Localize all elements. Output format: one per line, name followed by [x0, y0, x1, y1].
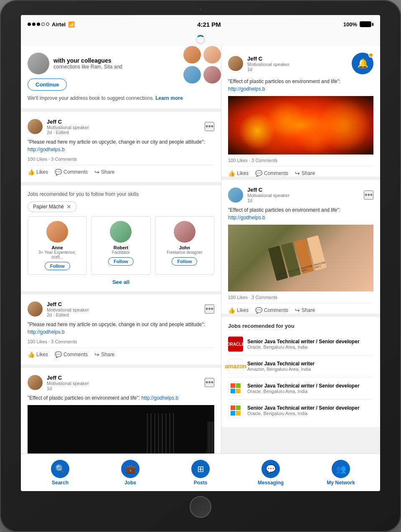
messaging-icon: 💬 [266, 464, 276, 474]
post-stats-2: 100 Likes · 3 Comments [28, 339, 214, 344]
more-button-2[interactable]: ••• [205, 304, 214, 314]
fire-background [228, 96, 373, 155]
nav-posts[interactable]: ⊞ Posts [184, 460, 217, 486]
nav-search[interactable]: 🔍 Search [43, 460, 77, 486]
post-link-1[interactable]: http://godhelps.b [28, 147, 65, 152]
right-more-button-2[interactable]: ••• [364, 190, 373, 200]
post-stats-1: 100 Likes · 3 Comments [28, 157, 214, 162]
right-share-button-2[interactable]: ↪ Share [295, 307, 315, 314]
person-name-0: Anne [32, 245, 82, 250]
jobs-card: Jobs recomended for you ORACLE Senior Ja… [221, 317, 380, 427]
learn-more-link[interactable]: Learn more [155, 95, 183, 101]
post-link-2[interactable]: http://godhelps.b [28, 329, 65, 335]
job-location-2: Oracle, Bengaluru Area, India [247, 389, 360, 394]
right-like-button-2[interactable]: 👍 Likes [228, 307, 249, 314]
person-name-2: John [160, 245, 210, 250]
posts-icon: ⊞ [197, 464, 204, 474]
amazon-logo: amazon [228, 359, 243, 374]
share-button-2[interactable]: ↪ Share [94, 351, 114, 358]
battery-icon [360, 21, 373, 27]
nav-search-label: Search [52, 480, 69, 486]
right-post-time-2: 1d [247, 198, 289, 203]
right-post-text-2: "Effect of plastic particles on environm… [228, 206, 373, 221]
person-title-0: 3+ Year Experience, craft... [32, 250, 82, 259]
right-comment-button-2[interactable]: 💬 Comments [255, 307, 288, 314]
nav-messaging-label: Messaging [258, 480, 284, 486]
right-comment-button-1[interactable]: 💬 Comments [255, 170, 288, 177]
left-feed[interactable]: with your colleagues connections like Ra… [21, 46, 221, 453]
search-icon-circle: 🔍 [51, 460, 69, 478]
oracle-logo: ORACLE [228, 337, 243, 352]
pantone-strips: PANTONE707 C PANTONE446 C PANTONE449 C P… [268, 235, 327, 281]
post-text-2: "Please read here my article on upcycle,… [28, 321, 214, 336]
job-item-2[interactable]: Senior Java Technical writer / Senior de… [228, 377, 373, 400]
post-image-arch [28, 405, 214, 453]
nav-jobs[interactable]: 💼 Jobs [114, 460, 147, 486]
nav-messaging[interactable]: 💬 Messaging [254, 460, 287, 486]
right-share-button-1[interactable]: ↪ Share [295, 170, 315, 177]
post-avatar-2 [28, 301, 43, 317]
right-post-image-pantone: PANTONE707 C PANTONE446 C PANTONE449 C P… [228, 225, 373, 291]
see-all-link[interactable]: See all [28, 279, 214, 285]
more-button-3[interactable]: ••• [205, 378, 214, 387]
follow-btn-2[interactable]: Follow [172, 257, 197, 266]
right-feed[interactable]: Jeff C Motivational speaker 1d 🔔 "Eff [221, 46, 380, 453]
more-button-1[interactable]: ••• [205, 122, 214, 131]
post-header-3: Jeff C Motivational speaker 1d ••• [28, 375, 214, 391]
comment-button-1[interactable]: 💬 Comments [55, 169, 88, 175]
right-post-stats-1: 100 Likes · 3 Comments [228, 158, 373, 163]
clock: 4:21 PM [197, 21, 221, 28]
job-item-1[interactable]: amazon Senior Java Technical writer Amaz… [228, 355, 373, 377]
post-user-1: Jeff C Motivational speaker 2d · Edited [47, 119, 89, 135]
post-user-2: Jeff C Motivational speaker 2d · Edited [47, 301, 89, 317]
ms-sq-7 [231, 411, 235, 415]
follow-btn-0[interactable]: Follow [45, 262, 70, 270]
person-card-1: Robert Facilitator Follow [91, 216, 150, 275]
job-item-0[interactable]: ORACLE Senior Java Technical writer / Se… [228, 333, 373, 355]
right-post-username-1: Jeff C [247, 56, 289, 62]
battery-percent: 100% [343, 21, 357, 28]
arch-svg [28, 405, 214, 453]
avatar-1 [183, 46, 201, 63]
person-name-1: Robert [96, 245, 146, 250]
right-post-link-1[interactable]: http://godhelps.b [228, 86, 265, 92]
skill-remove[interactable]: ✕ [66, 203, 71, 210]
continue-button[interactable]: Continue [28, 79, 67, 91]
ms-sq-6 [236, 405, 241, 410]
post-actions-1: 👍 Likes 💬 Comments ↪ Share [28, 165, 214, 175]
nav-network[interactable]: 👥 My Network [324, 460, 358, 486]
home-button[interactable] [190, 496, 211, 518]
like-button-1[interactable]: 👍 Likes [28, 169, 48, 175]
comment-icon-2: 💬 [55, 351, 62, 358]
share-button-1[interactable]: ↪ Share [94, 169, 114, 175]
right-like-button-1[interactable]: 👍 Likes [228, 170, 249, 177]
like-icon-1: 👍 [28, 169, 35, 175]
job-item-3[interactable]: Senior Java Technical writer / Senior de… [228, 400, 373, 421]
jobs-icon-circle: 💼 [121, 460, 140, 478]
svg-rect-1 [207, 422, 214, 453]
right-post-2: Jeff C Motivational speaker 1d ••• "Effe… [221, 180, 380, 314]
comment-button-2[interactable]: 💬 Comments [55, 351, 88, 358]
post-role-2: Motivational speaker [47, 307, 89, 312]
right-post-link-2[interactable]: http://godhelps.b [228, 215, 265, 220]
right-post-1: Jeff C Motivational speaker 1d 🔔 "Eff [221, 46, 380, 177]
post-header-1: Jeff C Motivational speaker 2d · Edited … [28, 119, 214, 135]
right-share-icon-1: ↪ [295, 170, 300, 177]
right-like-icon-2: 👍 [228, 307, 235, 314]
ms-sq-4 [236, 389, 241, 393]
connect-subtitle: connections like Ram, Sita and [53, 64, 122, 70]
like-button-2[interactable]: 👍 Likes [28, 351, 48, 358]
avatar-2 [203, 46, 221, 63]
job-info-1: Senior Java Technical writer Amazon, Ben… [247, 361, 315, 372]
right-post-text-1: "Effect of plastic particles on environm… [228, 78, 373, 93]
post-link-3[interactable]: http://godhelps.b [141, 395, 178, 401]
follow-btn-1[interactable]: Follow [108, 257, 134, 266]
job-title-2: Senior Java Technical writer / Senior de… [247, 383, 360, 389]
nav-posts-label: Posts [194, 480, 208, 486]
carrier-label: Airtel [52, 21, 66, 28]
job-title-0: Senior Java Technical writer / Senior de… [247, 339, 360, 345]
right-post-time-1: 1d [247, 67, 289, 72]
post-username-1: Jeff C [47, 119, 89, 125]
right-like-icon-1: 👍 [228, 170, 235, 177]
post-text-3: "Effect of plastic particles on environm… [28, 394, 214, 402]
